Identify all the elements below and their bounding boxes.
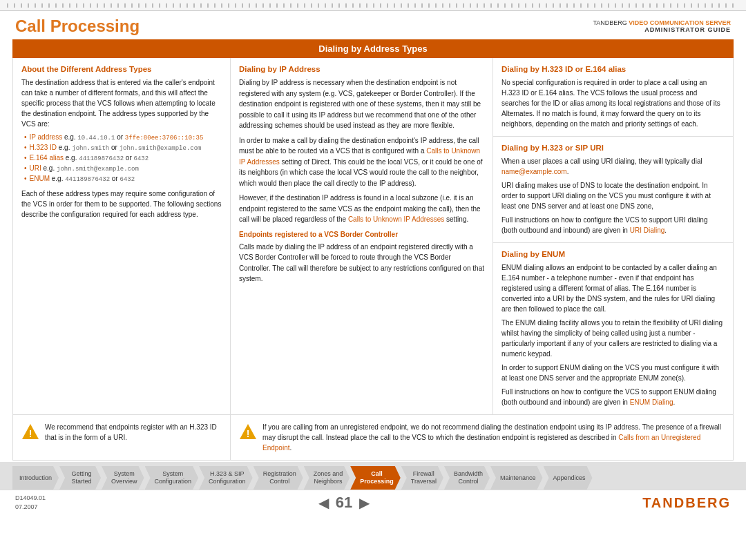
col-left-intro: The destination address that is entered …	[21, 77, 222, 129]
guide-label: ADMINISTRATOR GUIDE	[593, 26, 731, 33]
warning-row: ! We recommend that endpoints register w…	[12, 415, 734, 461]
tab-h323-sip[interactable]: H.323 & SIP Configuration	[199, 466, 253, 490]
tab-bandwidth[interactable]: Bandwidth Control	[444, 466, 490, 490]
col-middle-para3: However, if the destination IP address i…	[239, 193, 484, 225]
tab-system-overview[interactable]: System Overview	[102, 466, 144, 490]
tab-getting-started[interactable]: Getting Started	[59, 466, 101, 490]
list-item: • H.323 ID e.g. john.smith or john.smith…	[24, 144, 222, 152]
page-number: 61	[336, 494, 352, 512]
h323-heading: Dialing by H.323 ID or E.164 alias	[501, 65, 725, 73]
warning-text-left: We recommend that endpoints register wit…	[45, 422, 222, 443]
warning-text-right: If you are calling from an unregistered …	[262, 422, 725, 453]
footer: D14049.01 07.2007 ◀ 61 ▶ TANDBERG	[0, 490, 746, 513]
tab-introduction[interactable]: Introduction	[12, 466, 59, 490]
enum-para4: Full instructions on how to configure th…	[501, 387, 725, 407]
uri-dialing-link[interactable]: URI Dialing	[630, 226, 665, 234]
doc-info: D14049.01 07.2007	[15, 494, 46, 511]
page-nav: ◀ 61 ▶	[318, 494, 370, 512]
warning-icon-left: !	[21, 423, 39, 441]
brand-info: TANDBERG VIDEO COMMUNICATION SERVER ADMI…	[593, 19, 731, 33]
sip-para1: When a user places a call using URI dial…	[501, 156, 725, 177]
enum-heading: Dialing by ENUM	[501, 250, 725, 258]
calls-unknown-link-2[interactable]: Calls to Unknown IP Addresses	[348, 215, 444, 223]
brand-prefix: TANDBERG	[593, 19, 629, 26]
warning-left: ! We recommend that endpoints register w…	[13, 415, 231, 460]
brand-highlight: VIDEO COMMUNICATION SERVER	[629, 19, 731, 26]
list-item: • IP address e.g. 10.44.10.1 or 3ffe:80e…	[24, 133, 222, 142]
enum-para3: In order to support ENUM dialing on the …	[501, 363, 725, 383]
col-middle-para4: Calls made by dialing the IP address of …	[239, 242, 484, 284]
tandberg-logo: TANDBERG	[642, 495, 731, 511]
section-bar: Dialing by Address Types	[12, 39, 734, 58]
page-header: Call Processing TANDBERG VIDEO COMMUNICA…	[0, 11, 746, 39]
enum-dialing-link[interactable]: ENUM Dialing	[630, 398, 673, 406]
nav-tabs: Introduction Getting Started System Over…	[0, 462, 746, 490]
list-item: • URI e.g. john.smith@example.com	[24, 164, 222, 173]
main-content: About the Different Address Types The de…	[12, 58, 734, 415]
page-title: Call Processing	[15, 17, 140, 36]
col-ip: Dialing by IP Address Dialing by IP addr…	[231, 58, 493, 414]
top-border	[0, 0, 746, 11]
section-sip: Dialing by H.323 or SIP URI When a user …	[493, 137, 733, 243]
col-left-heading: About the Different Address Types	[21, 65, 222, 73]
next-arrow[interactable]: ▶	[359, 494, 370, 511]
svg-text:!: !	[29, 428, 32, 439]
list-item: • ENUM e.g. 441189876432 or 6432	[24, 175, 222, 183]
col-left-closing: Each of these address types may require …	[21, 189, 222, 220]
tab-call-processing[interactable]: Call Processing	[350, 466, 401, 490]
prev-arrow[interactable]: ◀	[318, 494, 329, 511]
enum-para1: ENUM dialing allows an endpoint to be co…	[501, 262, 725, 314]
warning-icon-right: !	[239, 423, 257, 441]
list-item: • E.164 alias e.g. 441189876432 or 6432	[24, 154, 222, 162]
col-middle-heading: Dialing by IP Address	[239, 65, 484, 73]
tab-maintenance[interactable]: Maintenance	[490, 466, 543, 490]
sip-para2: URI dialing makes use of DNS to locate t…	[501, 180, 725, 211]
svg-text:!: !	[247, 428, 250, 439]
h323-para1: No special configuration is required in …	[501, 77, 725, 129]
tab-zones[interactable]: Zones and Neighbors	[304, 466, 350, 490]
section-enum: Dialing by ENUM ENUM dialing allows an e…	[493, 243, 733, 414]
enum-para2: The ENUM dialing facility allows you to …	[501, 318, 725, 359]
doc-date: 07.2007	[15, 503, 46, 512]
col-about: About the Different Address Types The de…	[13, 58, 231, 414]
sip-para3: Full instructions on how to configure th…	[501, 215, 725, 235]
col-right: Dialing by H.323 ID or E.164 alias No sp…	[493, 58, 733, 414]
section-h323: Dialing by H.323 ID or E.164 alias No sp…	[493, 58, 733, 137]
col-middle-sub: Endpoints registered to a VCS Border Con…	[239, 231, 484, 238]
sip-heading: Dialing by H.323 or SIP URI	[501, 144, 725, 152]
tab-firewall[interactable]: Firewall Traversal	[401, 466, 443, 490]
doc-id: D14049.01	[15, 494, 46, 503]
col-middle-para1: Dialing by IP address is necessary when …	[239, 77, 484, 131]
tab-system-config[interactable]: System Configuration	[145, 466, 199, 490]
warning-right: ! If you are calling from an unregistere…	[231, 415, 733, 460]
col-middle-para2: In order to make a call by dialing the d…	[239, 135, 484, 189]
tab-appendices[interactable]: Appendices	[544, 466, 593, 490]
tab-registration[interactable]: Registration Control	[254, 466, 303, 490]
